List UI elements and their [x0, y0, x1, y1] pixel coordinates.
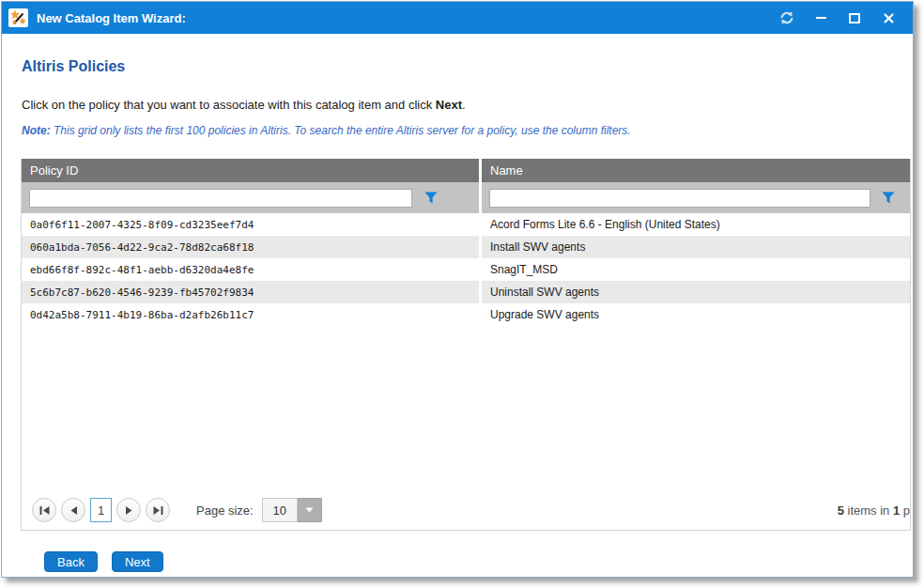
policy-id-cell: 0d42a5b8-7911-4b19-86ba-d2afb26b11c7: [22, 303, 479, 326]
page-size-select[interactable]: 10: [262, 498, 322, 522]
column-header-policy-id[interactable]: Policy ID: [22, 159, 479, 182]
instruction-after: .: [462, 98, 466, 112]
back-button[interactable]: Back: [44, 551, 98, 572]
summary-middle: items in: [844, 503, 893, 518]
instruction-text: Click on the policy that you want to ass…: [22, 98, 894, 112]
filter-icon[interactable]: [424, 192, 438, 204]
instruction-before: Click on the policy that you want to ass…: [22, 98, 436, 112]
table-row[interactable]: 5c6b7c87-b620-4546-9239-fb45702f9834 Uni…: [22, 281, 910, 303]
note-body: This grid only lists the first 100 polic…: [51, 124, 631, 137]
page-title: Altiris Policies: [22, 58, 894, 75]
note-label: Note:: [22, 124, 51, 137]
policy-name-cell: Acord Forms Lite 6.6 - English (United S…: [479, 213, 910, 236]
summary-suffix: p: [900, 503, 910, 518]
grid-filter-row: [22, 182, 910, 213]
maximize-icon[interactable]: [847, 10, 862, 25]
grid-empty-area: [22, 326, 910, 490]
policies-grid: Policy ID Name: [21, 159, 911, 531]
policy-name-cell: Uninstall SWV agents: [479, 281, 910, 303]
table-row[interactable]: ebd66f8f-892c-48f1-aebb-d6320da4e8fe Sna…: [22, 258, 910, 281]
window-title: New Catalog Item Wizard:: [37, 11, 186, 25]
current-page-indicator[interactable]: 1: [90, 498, 112, 522]
next-button[interactable]: Next: [112, 551, 163, 572]
instruction-next-emphasis: Next: [436, 98, 462, 112]
policy-id-cell: 060a1bda-7056-4d22-9ca2-78d82ca68f18: [22, 236, 479, 258]
table-row[interactable]: 0a0f6f11-2007-4325-8f09-cd3235eef7d4 Aco…: [22, 213, 910, 236]
filter-icon[interactable]: [882, 192, 895, 204]
policy-id-cell: ebd66f8f-892c-48f1-aebb-d6320da4e8fe: [22, 258, 479, 281]
policy-name-cell: Install SWV agents: [479, 236, 910, 258]
table-row[interactable]: 0d42a5b8-7911-4b19-86ba-d2afb26b11c7 Upg…: [22, 303, 910, 326]
pager-summary: 5 items in 1 p: [838, 503, 910, 518]
app-wizard-icon: [8, 8, 28, 27]
wizard-dialog: New Catalog Item Wizard: Altiris Policie…: [1, 1, 914, 578]
first-page-button[interactable]: [32, 498, 56, 522]
titlebar: New Catalog Item Wizard:: [2, 2, 913, 34]
items-count: 5: [838, 503, 844, 518]
minimize-icon[interactable]: [813, 10, 828, 25]
name-filter-input[interactable]: [489, 189, 870, 208]
page-size-label: Page size:: [196, 503, 254, 518]
note-text: Note: This grid only lists the first 100…: [22, 124, 894, 137]
grid-header-row: Policy ID Name: [22, 159, 910, 182]
page-size-value: 10: [262, 498, 298, 522]
refresh-icon[interactable]: [779, 10, 794, 25]
prev-page-button[interactable]: [61, 498, 85, 522]
grid-pager: 1 Page size: 10: [22, 490, 910, 530]
column-header-name[interactable]: Name: [479, 159, 910, 182]
policy-name-cell: Upgrade SWV agents: [479, 303, 910, 326]
policy-id-cell: 0a0f6f11-2007-4325-8f09-cd3235eef7d4: [22, 213, 479, 236]
last-page-button[interactable]: [146, 498, 170, 522]
chevron-down-icon[interactable]: [298, 498, 322, 522]
next-page-button[interactable]: [116, 498, 141, 522]
policy-name-cell: SnagIT_MSD: [479, 258, 910, 281]
close-icon[interactable]: [881, 10, 896, 25]
policy-id-filter-input[interactable]: [29, 189, 412, 208]
policy-id-cell: 5c6b7c87-b620-4546-9239-fb45702f9834: [22, 281, 479, 303]
table-row[interactable]: 060a1bda-7056-4d22-9ca2-78d82ca68f18 Ins…: [22, 236, 910, 258]
wizard-footer: Back Next: [44, 551, 894, 572]
